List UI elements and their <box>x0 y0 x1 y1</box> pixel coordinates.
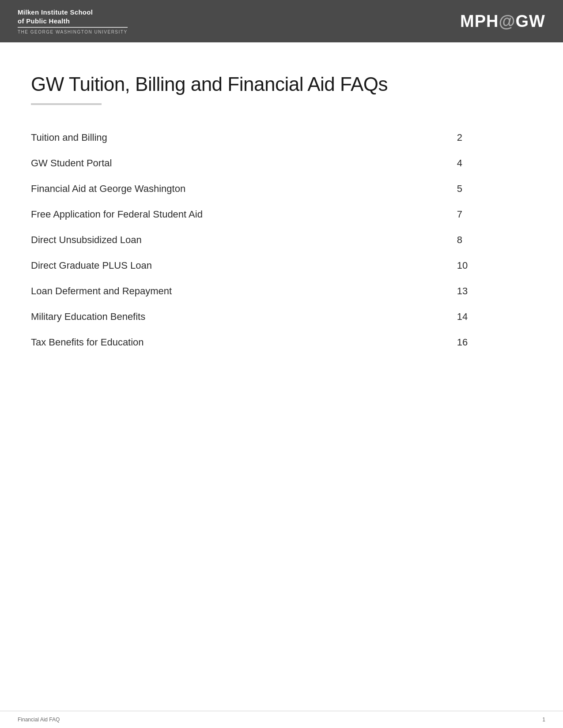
university-name: THE GEORGE WASHINGTON UNIVERSITY <box>18 30 128 34</box>
school-name-line2: of Public Health <box>18 17 128 26</box>
toc-item-label: Loan Deferment and Repayment <box>31 278 457 304</box>
toc-item-label: Direct Unsubsidized Loan <box>31 227 457 253</box>
toc-item-page: 2 <box>457 125 532 150</box>
table-row: Financial Aid at George Washington5 <box>31 176 532 202</box>
toc-item-page: 8 <box>457 227 532 253</box>
table-row: Tax Benefits for Education16 <box>31 330 532 355</box>
toc-item-page: 14 <box>457 304 532 330</box>
logo-at: @ <box>499 12 516 30</box>
toc-item-page: 13 <box>457 278 532 304</box>
toc-item-label: Tax Benefits for Education <box>31 330 457 355</box>
toc-item-label: Military Education Benefits <box>31 304 457 330</box>
table-of-contents: Tuition and Billing2GW Student Portal4Fi… <box>31 125 532 355</box>
footer-page-number: 1 <box>542 717 545 723</box>
toc-item-page: 4 <box>457 150 532 176</box>
table-row: Military Education Benefits14 <box>31 304 532 330</box>
toc-item-label: Direct Graduate PLUS Loan <box>31 253 457 278</box>
table-row: Free Application for Federal Student Aid… <box>31 202 532 227</box>
table-row: Loan Deferment and Repayment13 <box>31 278 532 304</box>
main-content: GW Tuition, Billing and Financial Aid FA… <box>0 42 563 382</box>
table-row: Tuition and Billing2 <box>31 125 532 150</box>
mph-gw-logo: MPH@GW <box>460 12 545 31</box>
table-row: Direct Unsubsidized Loan8 <box>31 227 532 253</box>
header-divider-line <box>18 27 128 28</box>
toc-item-page: 5 <box>457 176 532 202</box>
toc-item-label: Financial Aid at George Washington <box>31 176 457 202</box>
footer-label: Financial Aid FAQ <box>18 717 60 723</box>
toc-item-page: 16 <box>457 330 532 355</box>
logo-gw: GW <box>516 12 545 30</box>
toc-item-label: Tuition and Billing <box>31 125 457 150</box>
header-branding: Milken Institute School of Public Health… <box>18 8 128 34</box>
school-name-line1: Milken Institute School <box>18 8 128 17</box>
logo-mph: MPH <box>460 12 499 30</box>
table-row: Direct Graduate PLUS Loan10 <box>31 253 532 278</box>
page-title: GW Tuition, Billing and Financial Aid FA… <box>31 73 532 95</box>
page-footer: Financial Aid FAQ 1 <box>0 711 563 728</box>
toc-item-page: 7 <box>457 202 532 227</box>
toc-item-page: 10 <box>457 253 532 278</box>
toc-item-label: GW Student Portal <box>31 150 457 176</box>
table-row: GW Student Portal4 <box>31 150 532 176</box>
toc-item-label: Free Application for Federal Student Aid <box>31 202 457 227</box>
title-underline-decoration <box>31 103 102 105</box>
page-header: Milken Institute School of Public Health… <box>0 0 563 42</box>
